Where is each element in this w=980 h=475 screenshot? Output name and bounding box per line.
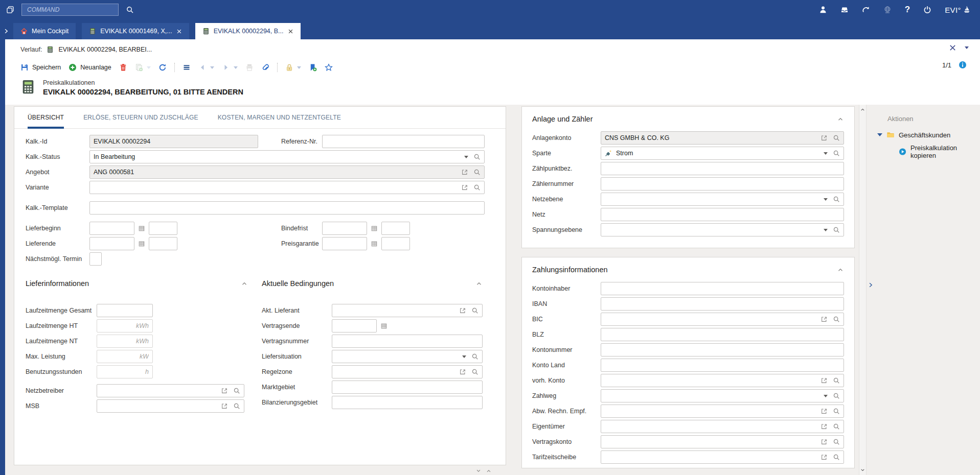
- search-icon[interactable]: [833, 226, 840, 233]
- search-icon[interactable]: [833, 377, 840, 384]
- eigentuemer-input[interactable]: [605, 423, 817, 430]
- netz-field[interactable]: [601, 208, 844, 221]
- collapse-section-icon[interactable]: [837, 115, 844, 123]
- user-icon[interactable]: [819, 6, 827, 14]
- bindefrist-time-input[interactable]: [385, 225, 406, 232]
- close-icon[interactable]: [176, 29, 182, 34]
- kalk-status-input[interactable]: [94, 153, 461, 160]
- lieferbeginn-time-input[interactable]: [153, 225, 173, 232]
- vorh-konto-field[interactable]: [601, 374, 844, 387]
- calendar-icon[interactable]: [380, 322, 388, 329]
- search-icon[interactable]: [471, 368, 478, 375]
- collapse-section-icon[interactable]: [837, 266, 844, 273]
- vertragsende-date-input[interactable]: [336, 322, 373, 329]
- vertragskonto-input[interactable]: [605, 438, 817, 445]
- laufzeitmenge-gesamt-field[interactable]: [97, 304, 153, 317]
- kontonummer-input[interactable]: [605, 346, 840, 353]
- help-icon[interactable]: ?: [905, 5, 910, 15]
- spannungsebene-input[interactable]: [605, 226, 821, 233]
- max-leistung-field[interactable]: [97, 350, 153, 363]
- search-icon[interactable]: [833, 392, 840, 399]
- tab-evikalk-00001469[interactable]: EVIKALK 00001469, X,...: [82, 23, 189, 39]
- save-button[interactable]: Speichern: [20, 63, 61, 72]
- akt-lieferant-field[interactable]: [332, 304, 483, 317]
- open-record-icon[interactable]: [821, 408, 828, 415]
- chevron-down-icon[interactable]: [824, 395, 828, 397]
- bic-field[interactable]: [601, 313, 844, 326]
- new-record-button[interactable]: Neuanlage: [69, 63, 111, 72]
- angebot-field[interactable]: [89, 165, 485, 179]
- attachment-button[interactable]: [261, 63, 269, 72]
- search-icon[interactable]: [126, 6, 134, 14]
- chevron-down-icon[interactable]: [824, 152, 828, 155]
- iban-input[interactable]: [605, 300, 840, 307]
- calendar-icon[interactable]: [138, 225, 145, 232]
- refresh-button[interactable]: [158, 63, 167, 72]
- lieferbeginn-time-field[interactable]: [149, 222, 177, 235]
- msb-input[interactable]: [101, 402, 218, 410]
- lock-button[interactable]: [285, 63, 301, 72]
- bookmark-add-button[interactable]: [309, 63, 317, 72]
- open-record-icon[interactable]: [461, 184, 468, 191]
- variante-input[interactable]: [94, 184, 458, 191]
- tab-evikalk-00002294[interactable]: EVIKALK 00002294, B...: [195, 23, 301, 39]
- calendar-icon[interactable]: [371, 240, 378, 247]
- referenz-nr-field[interactable]: [322, 135, 485, 148]
- zaehlernummer-field[interactable]: [601, 177, 844, 191]
- regelzone-input[interactable]: [336, 368, 456, 375]
- angebot-input[interactable]: [94, 169, 458, 176]
- lieferende-time-input[interactable]: [153, 240, 173, 247]
- tab-mein-cockpit[interactable]: Mein Cockpit: [13, 23, 76, 39]
- netzebene-combobox[interactable]: [601, 193, 844, 206]
- search-icon[interactable]: [473, 184, 481, 191]
- search-icon[interactable]: [833, 454, 840, 461]
- bic-input[interactable]: [605, 316, 817, 323]
- konto-land-field[interactable]: [601, 359, 844, 372]
- open-record-icon[interactable]: [461, 169, 468, 176]
- copy-button[interactable]: [135, 63, 151, 72]
- windows-switcher-icon[interactable]: [6, 6, 14, 14]
- open-record-icon[interactable]: [221, 387, 228, 394]
- tarifzeitscheibe-field[interactable]: [601, 450, 844, 464]
- spannungsebene-combobox[interactable]: [601, 223, 844, 236]
- search-icon[interactable]: [833, 438, 840, 445]
- tab-erloese-steuern[interactable]: ERLÖSE, STEUERN UND ZUSCHLÄGE: [83, 107, 198, 128]
- naechstmoegl-termin-checkbox[interactable]: [89, 252, 102, 266]
- preisgarantie-time-input[interactable]: [385, 240, 406, 247]
- konto-land-input[interactable]: [605, 362, 840, 369]
- variante-field[interactable]: [89, 181, 485, 194]
- favorite-star-button[interactable]: [325, 63, 333, 72]
- benutzungsstunden-input[interactable]: [101, 368, 149, 375]
- chevron-down-icon[interactable]: [824, 229, 828, 231]
- calendar-icon[interactable]: [371, 225, 378, 232]
- tab-uebersicht[interactable]: ÜBERSICHT: [28, 107, 64, 128]
- vertragsende-date-field[interactable]: [332, 319, 377, 332]
- vertragsnummer-input[interactable]: [336, 338, 478, 345]
- tab-kosten-margen[interactable]: KOSTEN, MARGEN UND NETZENTGELTE: [218, 107, 341, 128]
- bindefrist-time-field[interactable]: [381, 222, 410, 235]
- close-icon[interactable]: [949, 44, 956, 52]
- lieferende-date-input[interactable]: [94, 240, 130, 247]
- netzbetreiber-field[interactable]: [97, 384, 244, 397]
- kontonummer-field[interactable]: [601, 343, 844, 357]
- zahlweg-combobox[interactable]: [601, 389, 844, 402]
- redo-icon[interactable]: [862, 6, 870, 14]
- max-leistung-input[interactable]: [101, 353, 149, 360]
- benutzungsstunden-field[interactable]: [97, 365, 153, 378]
- liefersituation-input[interactable]: [336, 353, 459, 360]
- power-icon[interactable]: [923, 6, 931, 14]
- search-icon[interactable]: [471, 353, 478, 360]
- actions-group-geschaeftskunden[interactable]: Geschäftskunden: [877, 131, 980, 139]
- kalk-template-field[interactable]: [89, 201, 485, 215]
- bilanzierungsgebiet-input[interactable]: [336, 399, 478, 406]
- laufzeitmenge-ht-field[interactable]: [97, 319, 153, 332]
- kontoinhaber-input[interactable]: [605, 285, 840, 292]
- collapse-up-icon[interactable]: [486, 468, 492, 474]
- zaehlernummer-input[interactable]: [605, 180, 840, 187]
- kalk-template-input[interactable]: [94, 204, 481, 211]
- laufzeitmenge-nt-input[interactable]: [101, 338, 149, 345]
- zaehlpunktbez-field[interactable]: [601, 162, 844, 175]
- preisgarantie-date-input[interactable]: [326, 240, 363, 247]
- tree-expander-icon[interactable]: [877, 133, 882, 136]
- iban-field[interactable]: [601, 297, 844, 311]
